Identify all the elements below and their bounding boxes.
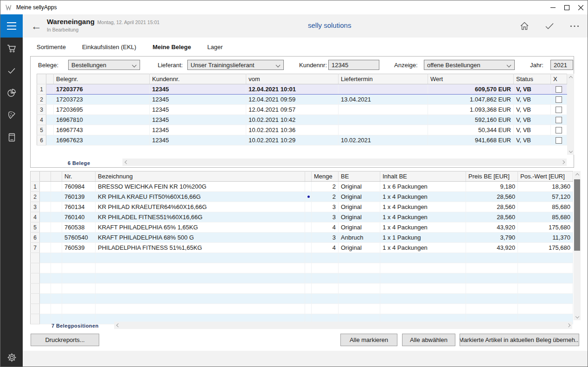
cell-inhalt[interactable]: 1 x 1 Packung	[380, 233, 466, 243]
cell-belegnr[interactable]: 16967810	[54, 115, 150, 125]
scroll-down-arrow-icon[interactable]	[574, 313, 581, 319]
confirm-button[interactable]	[542, 19, 557, 33]
row-select-checkbox[interactable]	[556, 117, 562, 123]
row-number[interactable]: 6	[31, 233, 40, 243]
cell-liefertermin[interactable]	[339, 105, 428, 115]
cell-bezeichnung[interactable]: PHILADELPHIA FITNESS 51%1,65KG	[96, 243, 305, 253]
cell-liefertermin[interactable]: 10.02.2021	[339, 135, 428, 146]
cell-liefertermin[interactable]: 13.04.2021	[339, 95, 428, 105]
row-select-checkbox[interactable]	[556, 96, 562, 103]
cell-kundennr[interactable]: 12345	[150, 135, 246, 146]
cell-pos_wert[interactable]: 85,680	[518, 212, 573, 222]
cell-inhalt[interactable]: 1 x 4 Packungen	[380, 243, 466, 253]
cell-vom[interactable]: 12.04.2021 10:01	[246, 84, 339, 95]
cell-nr[interactable]: 760539	[62, 243, 96, 253]
col-header-menge[interactable]: Menge	[312, 171, 339, 182]
cell-vom[interactable]: 12.04.2021 09:59	[246, 95, 339, 105]
col-header-preis[interactable]: Preis BE [EUR]	[466, 171, 518, 182]
cell-be[interactable]: Original	[339, 212, 380, 222]
cell-kundennr[interactable]: 12345	[150, 95, 246, 105]
cell-checkbox[interactable]	[551, 115, 567, 125]
row-number[interactable]: 7	[31, 243, 40, 253]
row-select-checkbox[interactable]	[556, 127, 562, 133]
row-number[interactable]: 2	[31, 192, 40, 202]
cell-status[interactable]: V, VB	[514, 95, 551, 105]
sidebar-item-settings[interactable]	[0, 349, 23, 365]
cell-status[interactable]: V, VB	[514, 125, 551, 135]
cell-wert[interactable]: 1.047,862 EUR	[428, 95, 514, 105]
close-button[interactable]	[574, 0, 588, 14]
col-header-liefertermin[interactable]: Liefertermin	[339, 74, 428, 84]
kundennr-input[interactable]: 12345	[328, 60, 379, 70]
cell-nr[interactable]: 760984	[62, 182, 96, 192]
cell-inhalt[interactable]: 1 x 4 Packungen	[380, 202, 466, 212]
positions-vertical-scrollbar[interactable]	[574, 171, 581, 320]
row-number[interactable]: 4	[31, 212, 40, 222]
sidebar-item-cart[interactable]	[0, 41, 23, 57]
druckreports-button[interactable]: Druckreports...	[31, 334, 99, 346]
minimize-button[interactable]	[546, 0, 560, 14]
scroll-up-arrow-icon[interactable]	[567, 75, 574, 81]
cell-nr[interactable]: 760538	[62, 222, 96, 233]
cell-liefertermin[interactable]	[339, 115, 428, 125]
cell-wert[interactable]: 592,160 EUR	[428, 115, 514, 125]
cell-wert[interactable]: 609,570 EUR	[428, 84, 514, 95]
cell-checkbox[interactable]	[551, 135, 567, 146]
cell-preis[interactable]: 28,560	[466, 212, 518, 222]
cell-nr[interactable]: 760139	[62, 192, 96, 202]
cell-preis[interactable]: 28,560	[466, 202, 518, 212]
cell-pos_wert[interactable]: 175,680	[518, 222, 573, 233]
scroll-right-arrow-icon[interactable]	[560, 158, 566, 166]
cell-liefertermin[interactable]	[339, 125, 428, 135]
sidebar-item-pizza[interactable]	[0, 107, 23, 123]
col-header-x[interactable]: X	[551, 74, 567, 84]
position-row[interactable]: 3760134KR PHILAD KRAEUTER64%60X16,66G3Or…	[31, 202, 573, 212]
cell-pos_wert[interactable]: 18,360	[518, 182, 573, 192]
cell-status[interactable]: V, VB	[514, 84, 551, 95]
scroll-down-arrow-icon[interactable]	[567, 148, 574, 154]
beleg-row[interactable]: 2172037231234512.04.2021 09:5913.04.2021…	[37, 95, 567, 105]
row-number[interactable]: 5	[31, 222, 40, 233]
position-row[interactable]: 4760140KR PHILADEL FITNES51%60X16,66G3Or…	[31, 212, 573, 222]
cell-vom[interactable]: 12.04.2021 09:57	[246, 105, 339, 115]
cell-belegnr[interactable]: 17203723	[54, 95, 150, 105]
cell-bezeichnung[interactable]: KR PHILAD KRAEUTER64%60X16,66G	[96, 202, 305, 212]
cell-menge[interactable]: 3	[312, 233, 339, 243]
position-row[interactable]: 65760540KRAFT PHILADELPHIA 68% 500 G3Anb…	[31, 233, 573, 243]
cell-menge[interactable]: 2	[312, 182, 339, 192]
cell-bezeichnung[interactable]: KR PHILA KRAEU FIT50%60X16,66G	[96, 192, 305, 202]
cell-status[interactable]: V, VB	[514, 135, 551, 146]
cell-checkbox[interactable]	[551, 84, 567, 95]
row-number[interactable]: 1	[31, 182, 40, 192]
cell-nr[interactable]: 760134	[62, 202, 96, 212]
hamburger-menu-button[interactable]	[0, 14, 23, 38]
col-header-inhalt[interactable]: Inhalt BE	[380, 171, 466, 182]
cell-belegnr[interactable]: 16967623	[54, 135, 150, 146]
row-number[interactable]: 1	[37, 84, 46, 95]
cell-belegnr[interactable]: 17203776	[54, 84, 150, 95]
cell-pos_wert[interactable]: 85,680	[518, 202, 573, 212]
cell-preis[interactable]: 9,180	[466, 182, 518, 192]
cell-menge[interactable]: 3	[312, 212, 339, 222]
position-row[interactable]: 5760538KRAFT PHILADELPHIA 65% 1,65KG4Ori…	[31, 222, 573, 233]
tab-einkaufslisten[interactable]: Einkaufslisten (EKL)	[82, 44, 136, 51]
beleg-row[interactable]: 1172037761234512.04.2021 10:01609,570 EU…	[37, 84, 567, 95]
cell-preis[interactable]: 43,920	[466, 222, 518, 233]
tab-meine-belege[interactable]: Meine Belege	[153, 44, 191, 51]
cell-menge[interactable]: 4	[312, 243, 339, 253]
row-number[interactable]: 2	[37, 95, 46, 105]
col-header-kundennr[interactable]: Kundennr.	[150, 74, 246, 84]
col-header-belegnr[interactable]: Belegnr.	[54, 74, 150, 84]
sidebar-item-check[interactable]	[0, 63, 23, 79]
row-select-checkbox[interactable]	[556, 137, 562, 144]
cell-vom[interactable]: 10.02.2021 10:42	[246, 115, 339, 125]
more-options-button[interactable]	[567, 19, 582, 33]
col-header-status[interactable]: Status	[514, 74, 551, 84]
tab-lager[interactable]: Lager	[207, 44, 223, 51]
cell-nr[interactable]: 760140	[62, 212, 96, 222]
scroll-left-arrow-icon[interactable]	[123, 158, 129, 166]
cell-nr[interactable]: 5760540	[62, 233, 96, 243]
beleg-row[interactable]: 5169677431234510.02.2021 10:3650,344 EUR…	[37, 125, 567, 135]
cell-preis[interactable]: 3,790	[466, 233, 518, 243]
cell-checkbox[interactable]	[551, 105, 567, 115]
